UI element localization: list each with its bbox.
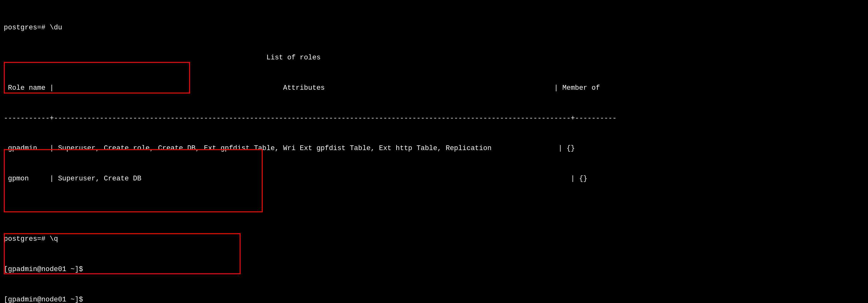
line-9: [gpadmin@node01 ~]$ bbox=[4, 265, 864, 275]
line-1: postgres=# \du bbox=[4, 23, 864, 33]
line-8: postgres=# \q bbox=[4, 234, 864, 244]
line-5: gpadmin | Superuser, Create role, Create… bbox=[4, 144, 864, 154]
line-6: gpmon | Superuser, Create DB | {} bbox=[4, 174, 864, 184]
line-3: Role name | Attributes | Member of bbox=[4, 83, 864, 93]
line-4: -----------+----------------------------… bbox=[4, 114, 864, 124]
terminal-content: postgres=# \du List of roles Role name |… bbox=[4, 2, 864, 303]
terminal-wrapper: postgres=# \du List of roles Role name |… bbox=[4, 2, 864, 303]
line-10: [gpadmin@node01 ~]$ bbox=[4, 295, 864, 303]
line-7 bbox=[4, 204, 864, 214]
line-2: List of roles bbox=[4, 53, 864, 63]
